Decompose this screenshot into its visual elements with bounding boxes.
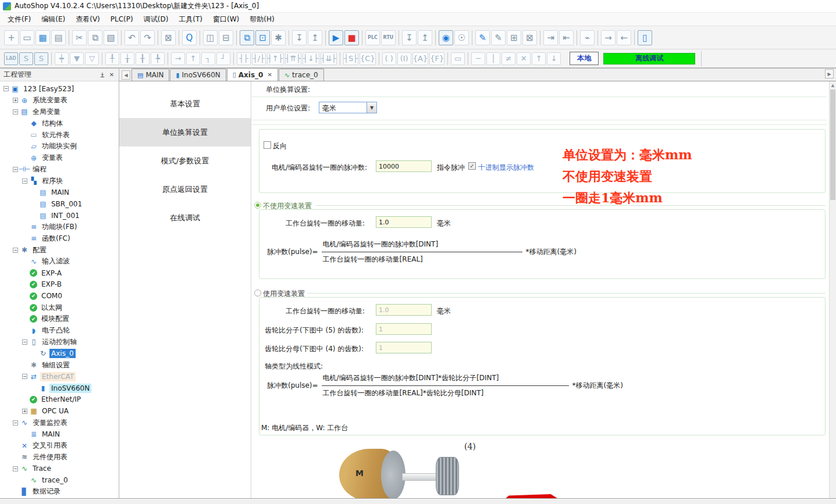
gear-movement-input[interactable] [376,304,432,316]
lad-editor-icon[interactable]: LAD [4,52,18,65]
io-mapping-icon[interactable]: ✱ [271,30,286,45]
reverse-checkbox[interactable] [264,141,271,149]
sfc-editor-icon[interactable]: S [19,52,33,65]
collapse-icon[interactable]: − [13,420,18,426]
tree-item-程序块[interactable]: −▚程序块 [0,175,119,187]
copy-icon[interactable]: ⧉ [88,30,102,45]
branch-close-icon[interactable]: ╁ [120,52,134,65]
line-up-icon[interactable]: ↑ [186,52,200,65]
save-icon[interactable]: ▦ [35,30,50,45]
tree-item-结构体[interactable]: ◆结构体 [0,117,119,129]
delete-icon[interactable]: ⊠ [161,30,176,45]
import-program-icon[interactable]: ↧ [292,30,307,45]
collapse-icon[interactable]: − [13,109,18,115]
redo-icon[interactable]: ↷ [140,30,155,45]
move-up-icon[interactable]: ↑ [532,52,546,65]
save-all-icon[interactable]: ▤ [51,30,66,45]
contact-no-icon[interactable]: ┤├ [237,52,251,65]
contact-rise-nc-icon[interactable]: ┤⇈├ [285,52,302,65]
tree-item-变量监控表[interactable]: −∿变量监控表 [0,417,119,428]
pulses-input[interactable] [376,160,432,172]
st-editor-icon[interactable]: S [34,52,48,65]
no-gear-movement-input[interactable] [376,216,432,228]
no-gear-radio[interactable] [254,202,261,209]
tree-item-INT_001[interactable]: ▤INT_001 [0,210,119,221]
tree-item-trace_0[interactable]: ∿trace_0 [0,474,119,486]
tree-item-元件使用表[interactable]: ≋元件使用表 [0,452,119,463]
line-right-icon[interactable]: → [171,52,185,65]
tree-item-Axis_0[interactable]: ↻Axis_0 [0,348,119,359]
tree-item-全局变量[interactable]: −▤全局变量 [0,106,119,118]
coil-icon[interactable]: ( ) [382,52,396,65]
tab-inosv660n[interactable]: ▮InoSV660N [170,69,226,81]
coil-counter-icon[interactable]: {C} [360,52,376,65]
tree-item-交叉引用表[interactable]: ✕交叉引用表 [0,440,119,452]
user-unit-select[interactable]: 毫米 ▼ [319,102,377,113]
tree-item-配置[interactable]: −✱配置 [0,244,119,256]
cut-icon[interactable]: ✂ [72,30,87,45]
tree-item-EtherCAT[interactable]: −⇄EtherCAT [0,371,119,383]
collapse-icon[interactable]: − [13,167,18,172]
rtu-mode-icon[interactable]: RTU [381,30,396,45]
export-window-icon[interactable]: ⊡ [255,30,270,45]
delete-vline-icon[interactable]: ✕ [517,52,531,65]
insert-network-icon[interactable]: ⇥ [543,30,558,45]
gear-radio[interactable] [254,289,261,296]
collapse-icon[interactable]: − [13,248,18,253]
tree-item-EXP-A[interactable]: ✔EXP-A [0,267,119,279]
plc-mode-icon[interactable]: PLC [365,30,380,45]
paste-icon[interactable]: ▧ [104,30,118,45]
tab-axis_0[interactable]: ▯Axis_0✕ [227,68,278,81]
menu-item[interactable]: PLC(P) [105,13,138,25]
compile-all-icon[interactable]: ⊠ [522,30,537,45]
tree-item-COM0[interactable]: ✔COM0 [0,290,119,302]
contact-fall-nc-icon[interactable]: ┤⇊├ [321,52,337,65]
insert-row-icon[interactable]: ┿ [55,52,69,65]
settings-nav-5[interactable]: 在线调试 [119,203,251,232]
tree-item-功能块实例[interactable]: ▱功能块实例 [0,141,119,152]
menu-item[interactable]: 窗口(W) [208,13,244,26]
tree-item-SBR_001[interactable]: ▤SBR_001 [0,198,119,210]
contact-set-icon[interactable]: ┤S├ [343,52,358,65]
coil-set-icon[interactable]: {A} [412,52,428,65]
print-preview-icon[interactable]: ◫ [203,30,218,45]
delete-network-icon[interactable]: ⇤ [559,30,574,45]
login-icon[interactable]: → [601,30,616,45]
run-icon[interactable]: ▶ [329,30,343,45]
coil-inverse-icon[interactable]: (I) [397,52,411,65]
collapse-icon[interactable]: − [22,339,27,345]
download-icon[interactable]: ↧ [402,30,417,45]
hline-icon[interactable]: ─ [471,52,485,65]
chevron-down-icon[interactable]: ▼ [367,102,376,113]
contact-rise-icon[interactable]: ┤↑├ [267,52,284,65]
tree-item-数据记录[interactable]: ▊数据记录 [0,486,119,498]
tree-item-InoSV660N[interactable]: ▮InoSV660N [0,383,119,394]
tree-item-123 [Easy523][interactable]: −▣123 [Easy523] [0,83,119,95]
cascade-windows-icon[interactable]: ⧉ [240,30,254,45]
tree-item-EtherNet/IP[interactable]: ✔EtherNet/IP [0,394,119,406]
settings-nav-4[interactable]: 原点返回设置 [119,175,251,203]
menu-item[interactable]: 帮助(H) [244,13,279,26]
tree-item-MAIN[interactable]: ≣MAIN [0,428,119,440]
stop-icon[interactable]: ■ [344,30,359,45]
function-block-icon[interactable]: ▭ [451,52,465,65]
delete-hline-icon[interactable]: ≠ [501,52,515,65]
tree-item-模块配置[interactable]: ✔模块配置 [0,313,119,325]
expand-icon[interactable]: + [13,98,18,103]
contact-fall-icon[interactable]: ┤↓├ [303,52,319,65]
tree-item-OPC UA[interactable]: +▦OPC UA [0,405,119,417]
usb-test-icon[interactable]: ⌁ [580,30,595,45]
monitor-icon[interactable]: ◉ [439,30,453,45]
write-in-run-icon[interactable]: ✎ [475,30,490,45]
tree-item-编程[interactable]: −⊣⊢编程 [0,164,119,176]
vertical-scrollbar[interactable]: ▲ [829,81,836,498]
upload-icon[interactable]: ↥ [418,30,432,45]
gear-numerator-input[interactable] [376,323,432,335]
collapse-icon[interactable]: − [22,178,27,184]
tree-item-轴组设置[interactable]: ✱轴组设置 [0,359,119,371]
gear-denominator-input[interactable] [376,342,432,353]
vline-icon[interactable]: │ [486,52,500,65]
menu-item[interactable]: 调试(D) [138,13,174,26]
print-icon[interactable]: ⊟ [219,30,233,45]
tree-item-函数(FC)[interactable]: ≡函数(FC) [0,233,119,244]
